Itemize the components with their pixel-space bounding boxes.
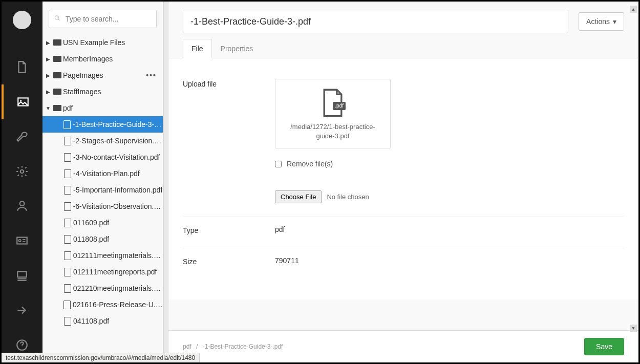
tree-file[interactable]: 012111meetingreports.pdf (42, 264, 163, 280)
file-icon (62, 235, 73, 244)
tree-folder-label: USN Example Files (63, 38, 125, 47)
tree-file-label: -6-Visitation-Observation.pdf (73, 202, 163, 210)
actions-button[interactable]: Actions ▾ (579, 12, 624, 31)
panel-separator[interactable] (163, 2, 168, 362)
rail-forms[interactable] (2, 293, 42, 328)
save-button[interactable]: Save (584, 338, 624, 355)
caret-icon[interactable]: ▶ (45, 56, 52, 62)
folder-icon (52, 89, 63, 95)
file-icon (62, 169, 73, 178)
svg-rect-6 (17, 272, 26, 277)
folder-icon (52, 72, 63, 78)
file-path-text: /media/1272/1-best-practice-guide-3.pdf (283, 122, 383, 141)
tree-file[interactable]: 011609.pdf (42, 215, 163, 231)
tree-file[interactable]: -5-Important-Information.pdf (42, 182, 163, 198)
caret-down-icon: ▾ (613, 17, 616, 26)
file-icon (62, 284, 73, 293)
rail-media[interactable] (2, 84, 42, 119)
no-file-chosen-text: No file chosen (327, 193, 369, 201)
remove-files-checkbox[interactable] (275, 161, 282, 167)
file-icon (62, 317, 73, 326)
search-input[interactable] (49, 10, 157, 28)
file-icon (62, 137, 73, 145)
tree-file-label: -3-No-contact-Visitation.pdf (73, 153, 160, 161)
user-icon (15, 199, 29, 212)
tree-folder-label: pdf (63, 104, 73, 112)
tree-folder-label: StaffImages (63, 88, 101, 96)
tree-file-label: 012111meetingreports.pdf (73, 268, 157, 276)
tab-file[interactable]: File (183, 39, 212, 58)
svg-point-5 (19, 240, 21, 242)
file-icon (15, 60, 29, 74)
tabs: File Properties (168, 33, 638, 58)
breadcrumb-item[interactable]: pdf (183, 343, 191, 350)
tree-list[interactable]: ▶USN Example Files▶MemberImages▶PageImag… (42, 34, 163, 362)
size-label: Size (183, 256, 275, 266)
arrow-right-icon (15, 304, 29, 317)
file-icon (62, 153, 73, 162)
tree-file[interactable]: -6-Visitation-Observation.pdf (42, 198, 163, 215)
tree-folder[interactable]: ▶PageImages••• (42, 67, 163, 83)
tree-file[interactable]: -1-Best-Practice-Guide-3-.pdf (42, 116, 163, 133)
folder-icon (52, 105, 63, 111)
caret-icon[interactable]: ▶ (45, 73, 52, 78)
rail-users[interactable] (2, 189, 42, 224)
tree-file[interactable]: 021616-Press-Release-U.pdf (42, 296, 163, 313)
upload-file-label: Upload file (183, 79, 275, 88)
file-icon (62, 202, 73, 211)
rail-settings[interactable] (2, 119, 42, 154)
remove-files-label: Remove file(s) (287, 160, 333, 168)
type-value: pdf (275, 225, 624, 233)
tree-file[interactable]: 021210meetingmaterials.pdf (42, 280, 163, 296)
tree-folder-label: PageImages (63, 71, 103, 79)
caret-icon[interactable]: ▶ (45, 89, 52, 95)
tree-file[interactable]: 041108.pdf (42, 313, 163, 329)
tree-file[interactable]: -2-Stages-of-Supervision.pdf (42, 133, 163, 149)
caret-icon[interactable]: ▶ (45, 40, 52, 46)
document-title-input[interactable] (183, 10, 568, 33)
pdf-badge: .pdf (333, 102, 346, 110)
main-panel: Actions ▾ File Properties Upload file .p… (168, 2, 638, 362)
pdf-file-icon: .pdf (321, 89, 345, 117)
tree-folder[interactable]: ▶USN Example Files (42, 34, 163, 51)
rail-members[interactable] (2, 223, 42, 258)
tree-file-label: -5-Important-Information.pdf (73, 186, 162, 194)
avatar[interactable] (13, 11, 31, 29)
choose-file-button[interactable]: Choose File (275, 190, 322, 203)
file-icon (62, 251, 73, 260)
image-icon (16, 95, 30, 109)
rail-translation[interactable] (2, 258, 42, 293)
tree-file[interactable]: 011808.pdf (42, 231, 163, 247)
size-value: 790711 (275, 256, 624, 265)
tree-folder[interactable]: ▼pdf (42, 100, 163, 116)
status-bar-url: test.texaschildrenscommission.gov/umbrac… (2, 353, 200, 362)
gear-icon (15, 165, 29, 178)
breadcrumb-separator: / (196, 343, 198, 350)
wrench-icon (15, 130, 29, 143)
tree-panel: ▶USN Example Files▶MemberImages▶PageImag… (42, 2, 163, 362)
file-icon (62, 120, 73, 129)
breadcrumb-item: -1-Best-Practice-Guide-3-.pdf (203, 343, 283, 350)
tree-file[interactable]: 012111meetingmaterials.pdf (42, 247, 163, 264)
tree-file-label: -1-Best-Practice-Guide-3-.pdf (73, 120, 163, 129)
svg-point-2 (20, 169, 24, 173)
tab-properties[interactable]: Properties (212, 39, 262, 58)
tree-file-label: 011808.pdf (73, 235, 109, 243)
stack-icon (15, 269, 29, 282)
tree-folder[interactable]: ▶MemberImages (42, 51, 163, 67)
rail-content[interactable] (2, 50, 42, 84)
tree-folder[interactable]: ▶StaffImages (42, 83, 163, 100)
ellipsis-icon[interactable]: ••• (146, 71, 157, 79)
tree-file-label: -4-Visitation-Plan.pdf (73, 169, 140, 178)
tree-file[interactable]: -4-Visitation-Plan.pdf (42, 165, 163, 182)
rail-developer[interactable] (2, 154, 42, 189)
tree-file-label: 011609.pdf (73, 219, 109, 227)
tree-file-label: 021210meetingmaterials.pdf (73, 284, 163, 292)
file-icon (62, 268, 73, 276)
caret-icon[interactable]: ▼ (45, 105, 52, 111)
search-icon (54, 15, 61, 24)
svg-point-8 (55, 16, 58, 19)
file-preview-card[interactable]: .pdf /media/1272/1-best-practice-guide-3… (275, 79, 391, 148)
tree-file[interactable]: -3-No-contact-Visitation.pdf (42, 149, 163, 165)
actions-label: Actions (586, 17, 610, 26)
